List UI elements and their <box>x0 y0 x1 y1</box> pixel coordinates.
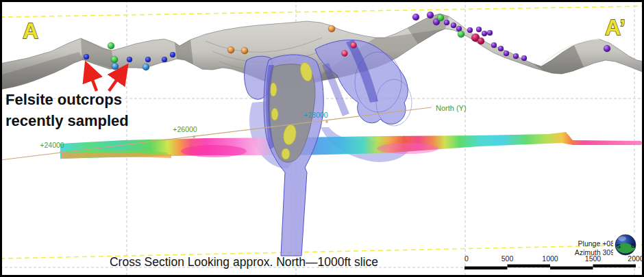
drill-collar-sphere[interactable] <box>478 38 484 44</box>
drill-collar-sphere[interactable] <box>444 20 449 25</box>
scale-bar-label: 500 <box>501 254 514 263</box>
drill-collar-sphere[interactable] <box>513 53 519 59</box>
section-label-a: A <box>23 18 38 43</box>
drill-collar-sphere[interactable] <box>127 57 132 62</box>
felsite-annotation-line2: recently sampled <box>5 112 129 129</box>
scale-bar-segment <box>593 265 636 268</box>
drill-collar-sphere[interactable] <box>458 31 465 38</box>
drill-collar-sphere[interactable] <box>111 56 118 63</box>
axis-tick-mark <box>60 151 62 153</box>
axis-tick-mark <box>193 136 195 138</box>
scale-bar-label: 2000 <box>628 254 644 263</box>
scale-bar-segment <box>550 267 593 270</box>
section-label-a-prime: A’ <box>605 15 626 40</box>
drill-collar-sphere[interactable] <box>412 14 419 21</box>
drill-collar-sphere[interactable] <box>84 54 89 60</box>
viewport-3d[interactable]: +24000+26000+28000 North (Y) Felsite out… <box>0 0 644 277</box>
drill-collar-sphere[interactable] <box>328 25 335 32</box>
drill-collar-sphere[interactable] <box>427 12 434 18</box>
drill-collar-sphere[interactable] <box>108 42 114 49</box>
drill-collar-sphere[interactable] <box>227 47 234 53</box>
scale-bar-label: 1500 <box>585 254 602 263</box>
drill-collar-sphere[interactable] <box>504 51 509 56</box>
drill-collar-sphere[interactable] <box>437 14 444 21</box>
drill-collar-sphere[interactable] <box>342 51 348 57</box>
drill-collar-sphere[interactable] <box>487 30 493 36</box>
drill-collar-sphere[interactable] <box>482 31 487 36</box>
axis-tick-label: +28000 <box>304 111 327 119</box>
scale-bar-label: 0 <box>465 254 469 263</box>
axis-label-north: North (Y) <box>436 104 467 112</box>
cross-section-figure: +24000+26000+28000 North (Y) Felsite out… <box>0 0 644 277</box>
drill-collar-sphere[interactable] <box>170 52 175 57</box>
orientation-globe-icon[interactable]: S E <box>613 233 639 257</box>
slice-pink-anomaly <box>377 143 438 154</box>
globe-letter-east: E <box>631 242 635 249</box>
drill-collar-sphere[interactable] <box>491 42 497 48</box>
drill-collar-sphere[interactable] <box>143 64 149 70</box>
drill-collar-sphere[interactable] <box>112 63 119 70</box>
scale-bar-segment <box>465 267 508 270</box>
drill-collar-sphere[interactable] <box>145 57 151 62</box>
drill-collar-sphere[interactable] <box>241 47 248 54</box>
drill-collar-sphere[interactable] <box>451 23 456 28</box>
globe-letter-south: S <box>617 243 621 250</box>
scale-bar-segment <box>508 265 551 268</box>
drill-collar-sphere[interactable] <box>476 27 482 32</box>
drill-collar-sphere[interactable] <box>521 55 527 61</box>
axis-tick-mark <box>326 121 328 123</box>
drill-collar-sphere[interactable] <box>351 42 357 49</box>
drill-collar-sphere[interactable] <box>467 27 473 33</box>
slice-magenta-anomaly <box>181 145 247 157</box>
scale-bar-label: 1000 <box>542 254 558 263</box>
drill-collar-sphere[interactable] <box>162 57 167 62</box>
drill-collar-sphere[interactable] <box>498 46 504 51</box>
axis-tick-label: +24000 <box>40 141 64 149</box>
figure-caption: Cross Section Looking approx. North—1000… <box>110 255 378 269</box>
drill-collar-sphere[interactable] <box>604 45 610 52</box>
felsite-annotation-line1: Felsite outcrops <box>5 91 122 108</box>
plunge-value: Plunge +08 <box>578 239 615 248</box>
axis-tick-label: +26000 <box>173 125 197 133</box>
